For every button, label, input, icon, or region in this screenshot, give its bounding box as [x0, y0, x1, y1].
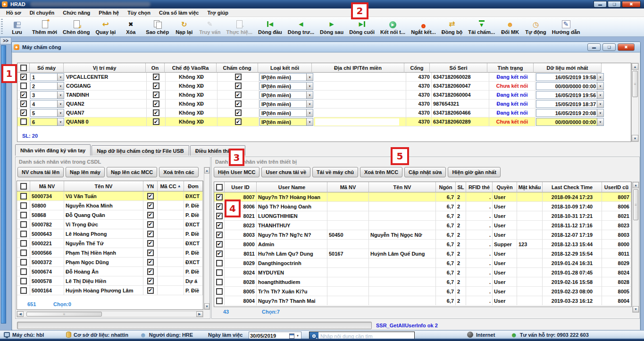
row-checkbox[interactable] — [235, 109, 242, 116]
cell-cham_cong[interactable] — [217, 100, 259, 108]
change-password-button[interactable]: Đổi MK — [498, 17, 522, 36]
row-checkbox[interactable] — [20, 268, 27, 275]
dropdown-arrow-icon[interactable]: ▼ — [306, 109, 313, 116]
column-header-che_do[interactable]: Chế độ Vào/Ra — [165, 63, 217, 73]
row-checkbox[interactable] — [235, 118, 242, 125]
cell-so_may[interactable]: 6▼ — [30, 118, 64, 126]
select-all-checkbox[interactable] — [20, 65, 27, 71]
dropdown-arrow-icon[interactable]: ▼ — [597, 109, 603, 116]
cell-cham_cong[interactable] — [217, 91, 259, 100]
table-row[interactable]: 8021LUONGTHIHIEN6,72.User2018-10-31 17:2… — [214, 211, 631, 221]
table-row[interactable]: 8000Admin6,72.Supper1232018-12-13 15:448… — [214, 240, 631, 249]
table-row[interactable]: 8024MYDUYEN6,72.User2019-01-28 07:458024 — [214, 268, 631, 277]
cell-sel[interactable] — [17, 191, 30, 201]
column-header-ten_nv[interactable]: Tên NV — [369, 182, 436, 192]
cell-yn[interactable] — [143, 276, 158, 286]
table-row[interactable]: 5000674Đỗ Hoàng ÂnP. Điề — [17, 267, 203, 276]
table-row[interactable]: 5000221Nguyễn Thế TứĐXCT — [17, 239, 203, 248]
cell-on[interactable] — [147, 82, 166, 91]
table-row[interactable]: 8029Dangthingoctrinh6,72.User2019-01-24 … — [214, 258, 631, 268]
mdi-restore-icon[interactable]: ❏ — [602, 43, 616, 51]
insert-row-button[interactable]: Chèn dòng — [60, 17, 92, 36]
row-checkbox[interactable] — [216, 232, 223, 238]
next-row-button[interactable]: Dòng sau — [317, 17, 346, 36]
dropdown-arrow-icon[interactable]: ▼ — [57, 83, 64, 90]
cell-sel[interactable] — [17, 286, 30, 295]
cell-sel[interactable] — [214, 230, 225, 240]
cell-yn[interactable] — [143, 286, 158, 295]
cell-so_may[interactable]: 5▼ — [30, 109, 64, 117]
table-row[interactable]: 50800Nguyễn Khoa MinhP. Điề — [17, 201, 203, 210]
cell-du_lieu[interactable]: 00/00/0000 00:00▼ — [536, 118, 604, 126]
dropdown-arrow-icon[interactable]: ▼ — [57, 109, 64, 116]
column-header-quyen[interactable]: Quyền — [493, 182, 517, 192]
row-checkbox[interactable] — [216, 203, 223, 210]
row-checkbox[interactable] — [147, 240, 154, 247]
cell-so_may[interactable]: 4▼ — [30, 100, 64, 108]
column-header-ma_nv[interactable]: Mã NV — [30, 181, 64, 191]
column-header-vi_tri[interactable]: Vị trí máy — [64, 63, 146, 73]
dropdown-arrow-icon[interactable]: ▼ — [57, 100, 64, 108]
row-checkbox[interactable] — [20, 91, 27, 98]
left-table-hscrollbar[interactable]: ◀ ≡ ▶ — [17, 311, 203, 317]
table-row[interactable]: 5000578Lê Thị Diệu HiềnDự á — [17, 276, 203, 286]
row-checkbox[interactable] — [153, 83, 159, 89]
panel-button[interactable]: Nạp lên các MCC — [107, 167, 157, 177]
column-header-yn[interactable]: YN — [143, 181, 158, 191]
row-checkbox[interactable] — [147, 193, 154, 200]
table-row[interactable]: 5000734Vũ Văn TuấnĐXCT — [17, 191, 203, 201]
row-checkbox[interactable] — [216, 250, 223, 257]
calendar-icon[interactable] — [289, 333, 294, 339]
scroll-down-icon[interactable]: ▼ — [204, 303, 209, 309]
row-checkbox[interactable] — [20, 100, 27, 107]
menu-item-4[interactable]: Phân hệ — [94, 8, 123, 17]
row-checkbox[interactable] — [235, 83, 242, 89]
column-header-ma_cc[interactable]: Mã CC▲ — [158, 181, 184, 191]
left-panel-scrollbar[interactable]: ▲ ▼ — [204, 167, 210, 310]
row-checkbox[interactable] — [20, 278, 27, 284]
dropdown-arrow-icon[interactable]: ▼ — [597, 74, 603, 81]
table-row[interactable]: 1▼VPCALLCENTERKhông XĐIP(tên miền)▼43706… — [17, 73, 631, 82]
row-checkbox[interactable] — [147, 221, 154, 228]
maximize-icon[interactable]: ❏ — [608, 1, 621, 8]
column-header-mat_khau[interactable]: Mật khẩu — [517, 182, 543, 192]
column-header-sel[interactable] — [17, 181, 30, 191]
column-header-sl[interactable]: SL — [456, 182, 466, 192]
table-row[interactable]: 8028hoangthithudiem6,72.User2019-02-16 1… — [214, 277, 631, 287]
panel-button[interactable]: Cập nhật sửa — [404, 167, 446, 177]
mdi-minimize-icon[interactable]: ▬ — [587, 43, 601, 51]
panel-button[interactable]: Hiện giờ gần nhất — [448, 167, 500, 177]
table-row[interactable]: 8003Nguy?n Th? Ng?c N?50450Nguyễn Thị Ng… — [214, 230, 631, 240]
column-header-ip[interactable]: Địa chỉ IP/Tên miền — [312, 63, 404, 73]
cell-on[interactable] — [147, 108, 166, 117]
cell-yn[interactable] — [143, 258, 158, 267]
cell-du_lieu[interactable]: 16/05/2019 20:08▼ — [536, 109, 604, 117]
row-checkbox[interactable] — [216, 194, 223, 200]
save-button[interactable]: Lưu — [5, 17, 29, 36]
cell-yn[interactable] — [143, 239, 158, 248]
cell-cham_cong[interactable] — [217, 82, 259, 91]
column-header-du_lieu[interactable]: Dữ liệu mới nhất — [534, 63, 602, 73]
cell-loai[interactable]: IP(tên miền)▼ — [259, 118, 313, 126]
row-checkbox[interactable] — [153, 118, 159, 125]
dropdown-arrow-icon[interactable]: ▼ — [597, 100, 603, 108]
cell-sel[interactable] — [214, 249, 225, 258]
panel-button[interactable]: Nạp lên máy — [66, 167, 105, 177]
dropdown-arrow-icon[interactable]: ▼ — [57, 91, 64, 99]
cell-sel[interactable] — [17, 267, 30, 276]
row-checkbox[interactable] — [20, 202, 27, 209]
cell-on[interactable] — [147, 117, 166, 126]
cell-on[interactable] — [147, 91, 166, 100]
add-new-button[interactable]: Thêm mới — [29, 17, 60, 36]
column-header-user_name[interactable]: User Name — [257, 182, 327, 192]
cell-loai[interactable]: IP(tên miền)▼ — [259, 91, 313, 99]
row-checkbox[interactable] — [216, 222, 223, 229]
table-row[interactable]: 5000372Phạm Ngọc DũngĐXCT — [17, 258, 203, 267]
panel-button[interactable]: Xoá trên các — [159, 167, 198, 177]
row-checkbox[interactable] — [20, 118, 27, 125]
column-header-sel[interactable] — [17, 63, 30, 73]
cell-sel[interactable] — [214, 221, 225, 230]
delete-button[interactable]: Xóa — [118, 17, 143, 36]
column-header-ngon[interactable]: Ngón — [436, 182, 456, 192]
cell-on[interactable] — [147, 73, 166, 82]
